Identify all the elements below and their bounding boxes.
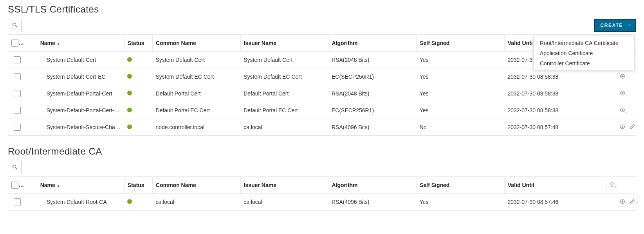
col-header-issuer[interactable]: Issuer Name (240, 177, 328, 194)
cert-name-cell[interactable]: System-Default-Root-CA (37, 194, 124, 211)
status-ok-icon (127, 91, 132, 95)
download-icon[interactable] (617, 119, 626, 136)
col-header-status[interactable]: Status (124, 177, 152, 194)
self-signed-cell: Yes (417, 85, 505, 102)
algorithm-cell: RSA(4096 Bits) (328, 194, 417, 211)
valid-until-cell: 2032-07-30 08:58:38 (504, 85, 606, 102)
algorithm-cell: RSA(4096 Bits) (328, 119, 417, 136)
valid-until-cell: 2032-07-30 08:58:38 (504, 68, 606, 85)
col-header-algo[interactable]: Algorithm (328, 177, 417, 194)
col-header-algo[interactable]: Algorithm (328, 35, 417, 52)
search-icon (12, 164, 18, 171)
valid-until-cell: 2032-07-30 08:57:46 (504, 194, 606, 211)
edit-icon[interactable] (626, 194, 636, 211)
common-name-cell: Default Portal Cert (153, 85, 241, 102)
issuer-cell: Default Portal Cert (240, 85, 328, 102)
common-name-cell: Default Portal EC Cert (153, 102, 241, 119)
self-signed-cell: Yes (417, 68, 505, 85)
algorithm-cell: RSA(2048 Bits) (328, 52, 417, 68)
table-row: System-Default-Cert-ECSystem Default EC … (8, 68, 636, 85)
search-icon (12, 22, 18, 29)
row-checkbox[interactable] (14, 198, 21, 205)
ssl-search-button[interactable] (8, 19, 22, 32)
issuer-cell: ca.local (240, 194, 328, 211)
status-ok-icon (127, 199, 132, 204)
cert-name-cell[interactable]: System-Default-Secure-Channel-Cert (37, 119, 124, 136)
svg-point-13 (13, 165, 16, 168)
issuer-cell: System Default EC Cert (240, 68, 328, 85)
algorithm-cell: EC(SECP256R1) (328, 68, 417, 85)
chevron-down-icon (627, 23, 631, 29)
svg-line-1 (16, 26, 17, 27)
valid-until-cell: 2032-07-30 08:57:48 (504, 119, 606, 136)
status-ok-icon (127, 108, 132, 112)
self-signed-cell: No (417, 119, 505, 136)
download-icon[interactable] (617, 68, 626, 85)
cert-name-cell[interactable]: System-Default-Portal-Cert (37, 85, 124, 102)
cert-name-cell[interactable]: System-Default-Portal-Cert-EC (37, 102, 124, 119)
table-row: System-Default-Portal-CertDefault Portal… (8, 85, 636, 102)
col-header-name[interactable]: Name▲ (37, 35, 124, 52)
ssl-section-title: SSL/TLS Certificates (8, 4, 636, 15)
col-header-issuer[interactable]: Issuer Name (240, 35, 328, 52)
dropdown-item-controller-cert[interactable]: Controller Certificate (534, 58, 634, 68)
edit-icon[interactable] (626, 119, 636, 136)
download-icon[interactable] (617, 85, 626, 102)
ca-certificates-table: Name▲ Status Common Name Issuer Name Alg… (8, 176, 636, 211)
ca-search-button[interactable] (8, 161, 22, 174)
svg-point-15 (612, 184, 613, 185)
col-header-status[interactable]: Status (124, 35, 152, 52)
common-name-cell: System Default EC Cert (153, 68, 241, 85)
table-row: System-Default-Secure-Channel-Certnode.c… (8, 119, 636, 136)
cert-name-cell[interactable]: System-Default-Cert-EC (37, 68, 124, 85)
status-ok-icon (127, 124, 132, 129)
row-checkbox[interactable] (14, 107, 21, 114)
cert-name-cell[interactable]: System-Default-Cert (37, 52, 124, 68)
col-header-common[interactable]: Common Name (153, 35, 241, 52)
table-row: System-Default-Root-CAca.localca.localRS… (8, 194, 636, 211)
svg-line-14 (16, 168, 17, 169)
status-ok-icon (127, 57, 132, 62)
dropdown-item-app-cert[interactable]: Application Certificate (534, 48, 634, 58)
self-signed-cell: Yes (417, 102, 505, 119)
column-settings-button[interactable] (606, 177, 617, 194)
issuer-cell: System Default Cert (240, 52, 328, 68)
row-checkbox[interactable] (14, 90, 21, 97)
col-header-self[interactable]: Self Signed (417, 177, 505, 194)
ca-section-title: Root/Intermediate CA (8, 146, 636, 157)
col-header-name[interactable]: Name▲ (37, 177, 124, 194)
self-signed-cell: Yes (417, 194, 505, 211)
create-dropdown-menu: Root/Intermediate CA Certificate Applica… (533, 36, 635, 70)
row-checkbox[interactable] (14, 56, 21, 63)
svg-point-0 (13, 23, 16, 26)
row-checkbox[interactable] (14, 124, 21, 131)
common-name-cell: ca.local (153, 194, 241, 211)
create-button-label: CREATE (601, 23, 623, 28)
row-checkbox[interactable] (14, 73, 21, 80)
algorithm-cell: RSA(2048 Bits) (328, 85, 417, 102)
valid-until-cell: 2032-07-30 08:58:38 (504, 102, 606, 119)
ca-select-all-checkbox[interactable] (11, 182, 18, 189)
issuer-cell: Default Portal EC Cert (240, 102, 328, 119)
download-icon[interactable] (617, 102, 626, 119)
dropdown-item-root-ca[interactable]: Root/Intermediate CA Certificate (534, 38, 634, 48)
sort-asc-icon: ▲ (57, 184, 60, 187)
common-name-cell: node.controller.local (153, 119, 241, 136)
table-row: System-Default-Portal-Cert-ECDefault Por… (8, 102, 636, 119)
issuer-cell: ca.local (240, 119, 328, 136)
algorithm-cell: EC(SECP256R1) (328, 102, 417, 119)
download-icon[interactable] (617, 194, 626, 211)
col-header-self[interactable]: Self Signed (417, 35, 505, 52)
create-button[interactable]: CREATE (594, 19, 636, 32)
sort-asc-icon: ▲ (57, 41, 60, 45)
status-ok-icon (127, 74, 132, 79)
col-header-valid[interactable]: Valid Until (504, 177, 606, 194)
common-name-cell: System Default Cert (153, 52, 241, 68)
self-signed-cell: Yes (417, 52, 505, 68)
ssl-select-all-checkbox[interactable] (11, 40, 18, 47)
col-header-common[interactable]: Common Name (153, 177, 241, 194)
